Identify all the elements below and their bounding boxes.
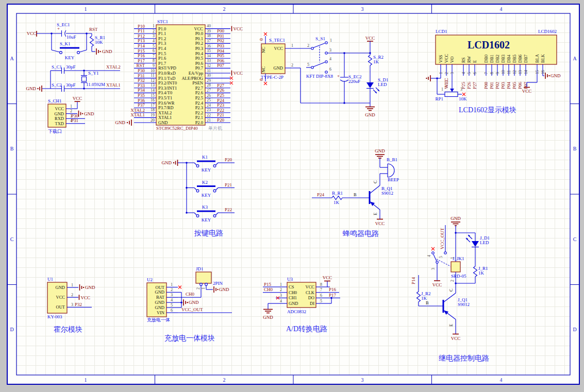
pin-number: 30 (207, 73, 211, 78)
led-symbol[interactable] (466, 233, 479, 247)
rp-value: 10K (459, 96, 467, 101)
gnd-symbol (426, 75, 430, 81)
pin-number: 33 (207, 58, 211, 63)
pin-name: RXD (55, 116, 64, 121)
cap-value: 10uF (66, 35, 76, 40)
pin-number: 8 (320, 282, 322, 287)
c-label: C (448, 288, 454, 292)
keys-circuit[interactable]: GND K1 KEY P20 (162, 155, 235, 237)
net-label: P26 (217, 88, 225, 93)
pin-number: 11 (151, 73, 155, 78)
net-label: P37 (138, 103, 145, 108)
mcu-stc89c52[interactable]: STC1 1 P1.0 P10 2 P1.1 P11 3 P1.2 P1 (115, 19, 243, 131)
pin-name: CH0 (289, 290, 297, 295)
module-title: 充放电一体模块 (164, 334, 215, 342)
key-row[interactable]: K3 KEY P22 (186, 204, 235, 223)
pin-name: P3.6/WR (158, 100, 175, 106)
pin-name: P1.1 (158, 31, 166, 36)
gnd-symbol (183, 299, 188, 305)
pin-number: 5 (467, 72, 472, 74)
pin-name: TXD (55, 121, 64, 126)
resistor-symbol[interactable] (417, 292, 421, 302)
resistor-symbol[interactable] (369, 53, 372, 82)
relay-coil[interactable]: J_JK1 SRD-05 1 2 (450, 256, 466, 282)
transistor-pnp[interactable] (443, 293, 456, 319)
pin-number: 8 (490, 72, 494, 74)
net-label: P07 (217, 63, 225, 68)
pin-number: 12 (512, 70, 517, 74)
gnd-label: GND (189, 300, 199, 305)
gnd-symbol (79, 111, 84, 117)
pin-name: VCC (194, 26, 204, 31)
net-label: P20 (225, 157, 232, 162)
jd1-connector[interactable]: JD1 2 1 2PIN (196, 266, 223, 289)
relay-contacts[interactable]: 4 5 3 (427, 225, 450, 280)
pin-name: P3.1/TxD (158, 76, 175, 81)
junction (180, 301, 182, 303)
key-row[interactable]: K2 KEY P21 (186, 180, 235, 198)
coil-pin1: 1 (450, 257, 455, 259)
adc-module[interactable]: U3 1 CS P15 2 CH0 CH0 3 CH1 (263, 275, 340, 333)
no-erc-marker (462, 93, 465, 96)
module-title: 霍尔模块 (54, 326, 82, 333)
pin-name: P2.1 (195, 115, 203, 120)
no-erc-marker (178, 286, 181, 289)
transistor-pnp[interactable] (370, 185, 380, 210)
gnd-label: GND (375, 148, 385, 154)
resistor-symbol[interactable] (474, 266, 477, 277)
part-name: STC89C52RC_DIP40 (156, 126, 198, 131)
net-label: XTAL2 (130, 108, 145, 113)
lcd1602-module[interactable]: LCD1 LCD1602 LCD1602 VSS 1 VCC 2 VCC VO (426, 29, 561, 114)
pin-name: DB2 (495, 55, 500, 63)
cap-plus: + (337, 73, 340, 78)
charger-module[interactable]: U2 1 OUT 2 GND 3 BAT 4 GND (147, 266, 232, 342)
power-input-circuit[interactable]: S_TEC1 TYPE-C-2P NC NC VCC GND 1 2 0 0 S… (259, 32, 389, 117)
res-value: 1K (333, 200, 340, 205)
part-body[interactable] (451, 262, 460, 272)
pin-name: DB6 (518, 55, 523, 63)
pin-number: 13 (518, 70, 523, 74)
q-value: S9012 (458, 302, 470, 307)
net-label: P07 (523, 81, 528, 89)
pin-number: 5 (320, 299, 322, 303)
net-label: P35 (138, 93, 145, 98)
crystal-circuit[interactable]: S_C1 30pF S_C2 30pF S_Y1 11.0592M XTAL2 … (26, 64, 121, 92)
electrolytic-capacitor-symbol[interactable] (62, 30, 66, 37)
pin-name: VO (449, 57, 455, 63)
pin-name: EA/Vpp (189, 71, 203, 76)
pin-name: DB7 (523, 55, 528, 63)
frame-col-2-bottom: 2 (223, 377, 226, 383)
dip-switch[interactable]: S_S1 1 2 3 4 5 6 KFT DIP-8X8 (306, 36, 333, 79)
pin-number: 4 (171, 298, 173, 302)
net-label: P34 (138, 88, 145, 93)
potentiometer[interactable]: 1 3 RP1 10K (435, 76, 467, 101)
electrolytic-capacitor-symbol[interactable] (340, 53, 348, 103)
gnd-label: GND (162, 160, 172, 165)
vcc-label: VCC (73, 96, 82, 101)
pin-number: 15 (151, 93, 155, 98)
buzzer-circuit[interactable]: GND B_B1 BEEP C B_Q1 S9012 P24 (312, 148, 399, 237)
pin-number: 39 (207, 29, 211, 33)
pin-col: DB5 12 P05 (512, 55, 517, 89)
pin-number: 21 (207, 118, 211, 123)
pin-name: P2.5 (195, 95, 203, 100)
key-row[interactable]: K1 KEY P20 (186, 155, 235, 173)
lcd-big-label: LCD1602 (468, 39, 510, 50)
relay-circuit[interactable]: GND J_D1 LED J_R1 1K (411, 216, 490, 362)
download-port[interactable]: S_CH1 1 VCC 2 GND 3 RXD P30 (48, 96, 94, 134)
capacitor-symbol[interactable] (62, 86, 64, 92)
vcc-label: VCC (81, 295, 91, 300)
buzzer-symbol[interactable] (380, 164, 394, 177)
resistor-symbol[interactable] (332, 196, 342, 200)
net-label: P21 (217, 112, 224, 117)
lcd-pins-control: RS 4 P25 RW 5 P26 E 6 P27 (461, 56, 477, 89)
hall-module[interactable]: U1 1 GND 2 VCC 3 OUT P32 (47, 277, 95, 333)
net-xtal1: XTAL1 (106, 82, 121, 88)
gnd-label: GND (102, 49, 112, 54)
pin-name: PSEN (192, 80, 203, 86)
jd-pin2: 2 (196, 287, 201, 289)
net-label: P23 (217, 103, 225, 108)
capacitor-symbol[interactable] (62, 67, 64, 74)
reset-circuit[interactable]: VCC + S_EC1 10uF RST S_K1 KEY (27, 22, 112, 60)
part-body[interactable] (196, 272, 211, 283)
